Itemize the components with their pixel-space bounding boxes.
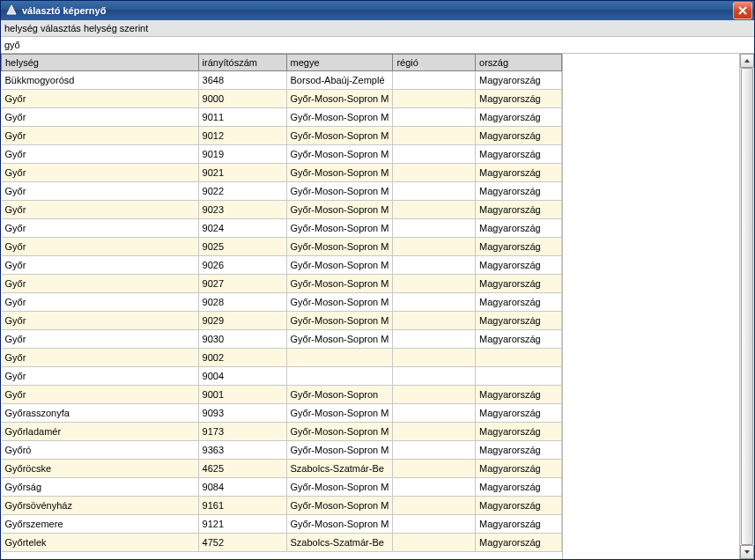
cell-regio xyxy=(393,534,476,552)
subheader-text: helység választás helység szerint xyxy=(4,23,148,33)
col-header-iranyitoszam[interactable]: irányítószám xyxy=(198,55,286,71)
table-row[interactable]: Győr9026Győr-Moson-Sopron MMagyarország xyxy=(2,256,562,275)
col-header-megye[interactable]: megye xyxy=(286,55,393,71)
scroll-thumb[interactable] xyxy=(741,68,753,545)
cell-iranyitoszam: 9024 xyxy=(198,219,286,238)
table-row[interactable]: Győrladamér9173Győr-Moson-Sopron MMagyar… xyxy=(2,423,562,441)
vertical-scrollbar[interactable] xyxy=(739,54,754,559)
svg-marker-3 xyxy=(744,59,750,63)
table-row[interactable]: Győró9363Győr-Moson-Sopron MMagyarország xyxy=(2,441,562,460)
cell-helyseg: Bükkmogyorósd xyxy=(2,71,199,90)
cell-helyseg: Győrság xyxy=(2,478,199,497)
table-row[interactable]: Győrszemere9121Győr-Moson-Sopron MMagyar… xyxy=(2,515,562,534)
cell-helyseg: Győrsövényház xyxy=(2,497,199,515)
table-row[interactable]: Győr9021Győr-Moson-Sopron MMagyarország xyxy=(2,164,562,182)
cell-iranyitoszam: 9001 xyxy=(198,386,286,404)
cell-regio xyxy=(393,71,476,90)
cell-orszag: Magyarország xyxy=(476,460,562,478)
table-row[interactable]: Győr9028Győr-Moson-Sopron MMagyarország xyxy=(2,293,562,312)
cell-regio xyxy=(393,386,476,404)
cell-orszag: Magyarország xyxy=(476,90,562,108)
cell-megye: Győr-Moson-Sopron M xyxy=(286,441,393,460)
cell-regio xyxy=(393,367,476,386)
cell-helyseg: Győrtelek xyxy=(2,534,199,552)
cell-orszag: Magyarország xyxy=(476,330,562,349)
table-row[interactable]: Győr9002 xyxy=(2,349,562,367)
cell-orszag: Magyarország xyxy=(476,201,562,219)
cell-regio xyxy=(393,423,476,441)
cell-regio xyxy=(393,108,476,127)
cell-iranyitoszam: 9019 xyxy=(198,145,286,164)
table-row[interactable]: Bükkmogyorósd3648Borsod-Abaúj-ZempléMagy… xyxy=(2,71,562,90)
cell-megye: Győr-Moson-Sopron M xyxy=(286,404,393,423)
table-row[interactable]: Győr9004 xyxy=(2,367,562,386)
close-button[interactable] xyxy=(733,2,752,19)
cell-regio xyxy=(393,312,476,330)
cell-orszag xyxy=(476,349,562,367)
col-header-orszag[interactable]: ország xyxy=(476,55,562,71)
table-row[interactable]: Győr9019Győr-Moson-Sopron MMagyarország xyxy=(2,145,562,164)
cell-orszag: Magyarország xyxy=(476,441,562,460)
cell-megye xyxy=(286,367,393,386)
col-header-regio[interactable]: régió xyxy=(393,55,476,71)
window-title: választó képernyő xyxy=(22,5,733,16)
table-row[interactable]: Győr9011Győr-Moson-Sopron MMagyarország xyxy=(2,108,562,127)
scroll-track[interactable] xyxy=(740,68,754,545)
cell-regio xyxy=(393,182,476,201)
table-row[interactable]: Győr9025Győr-Moson-Sopron MMagyarország xyxy=(2,238,562,256)
cell-orszag: Magyarország xyxy=(476,145,562,164)
table-row[interactable]: Győröcske4625Szabolcs-Szatmár-BeMagyaror… xyxy=(2,460,562,478)
table-row[interactable]: Győr9012Győr-Moson-Sopron MMagyarország xyxy=(2,127,562,145)
search-input[interactable] xyxy=(1,37,754,53)
cell-regio xyxy=(393,404,476,423)
cell-iranyitoszam: 9002 xyxy=(198,349,286,367)
table-row[interactable]: Győr9000Győr-Moson-Sopron MMagyarország xyxy=(2,90,562,108)
table-row[interactable]: Győr9029Győr-Moson-Sopron MMagyarország xyxy=(2,312,562,330)
cell-regio xyxy=(393,497,476,515)
cell-orszag: Magyarország xyxy=(476,534,562,552)
cell-regio xyxy=(393,164,476,182)
table-row[interactable]: Győr9001Győr-Moson-SopronMagyarország xyxy=(2,386,562,404)
table-row[interactable]: Győrsövényház9161Győr-Moson-Sopron MMagy… xyxy=(2,497,562,515)
cell-regio xyxy=(393,460,476,478)
cell-megye: Győr-Moson-Sopron M xyxy=(286,219,393,238)
cell-orszag xyxy=(476,367,562,386)
cell-iranyitoszam: 9011 xyxy=(198,108,286,127)
table-row[interactable]: Győrtelek4752Szabolcs-Szatmár-BeMagyaror… xyxy=(2,534,562,552)
cell-orszag: Magyarország xyxy=(476,182,562,201)
cell-regio xyxy=(393,238,476,256)
col-header-helyseg[interactable]: helység xyxy=(2,55,199,71)
scroll-up-button[interactable] xyxy=(740,54,754,68)
cell-megye: Győr-Moson-Sopron M xyxy=(286,145,393,164)
cell-iranyitoszam: 9025 xyxy=(198,238,286,256)
cell-regio xyxy=(393,293,476,312)
table-row[interactable]: Győr9030Győr-Moson-Sopron MMagyarország xyxy=(2,330,562,349)
table-row[interactable]: Győr9022Győr-Moson-Sopron MMagyarország xyxy=(2,182,562,201)
table-row[interactable]: Győr9023Győr-Moson-Sopron MMagyarország xyxy=(2,201,562,219)
cell-iranyitoszam: 9161 xyxy=(198,497,286,515)
table-wrap: helység irányítószám megye régió ország … xyxy=(1,54,563,559)
body-area: helység irányítószám megye régió ország … xyxy=(1,54,754,559)
cell-helyseg: Győr xyxy=(2,293,199,312)
right-empty-pane xyxy=(563,54,739,559)
cell-orszag: Magyarország xyxy=(476,312,562,330)
cell-iranyitoszam: 9363 xyxy=(198,441,286,460)
table-row[interactable]: Győrság9084Győr-Moson-Sopron MMagyarorsz… xyxy=(2,478,562,497)
cell-regio xyxy=(393,201,476,219)
table-header-row: helység irányítószám megye régió ország xyxy=(2,55,562,71)
cell-megye: Győr-Moson-Sopron M xyxy=(286,423,393,441)
cell-helyseg: Győr xyxy=(2,201,199,219)
cell-megye: Győr-Moson-Sopron M xyxy=(286,238,393,256)
table-row[interactable]: Győr9027Győr-Moson-Sopron MMagyarország xyxy=(2,275,562,293)
cell-megye: Győr-Moson-Sopron M xyxy=(286,293,393,312)
cell-megye: Győr-Moson-Sopron M xyxy=(286,275,393,293)
cell-orszag: Magyarország xyxy=(476,219,562,238)
cell-iranyitoszam: 9023 xyxy=(198,201,286,219)
cell-regio xyxy=(393,90,476,108)
cell-helyseg: Győrladamér xyxy=(2,423,199,441)
cell-helyseg: Győr xyxy=(2,275,199,293)
table-row[interactable]: Győrasszonyfa9093Győr-Moson-Sopron MMagy… xyxy=(2,404,562,423)
table-row[interactable]: Győr9024Győr-Moson-Sopron MMagyarország xyxy=(2,219,562,238)
scroll-down-button[interactable] xyxy=(740,545,754,559)
app-icon xyxy=(4,4,19,18)
